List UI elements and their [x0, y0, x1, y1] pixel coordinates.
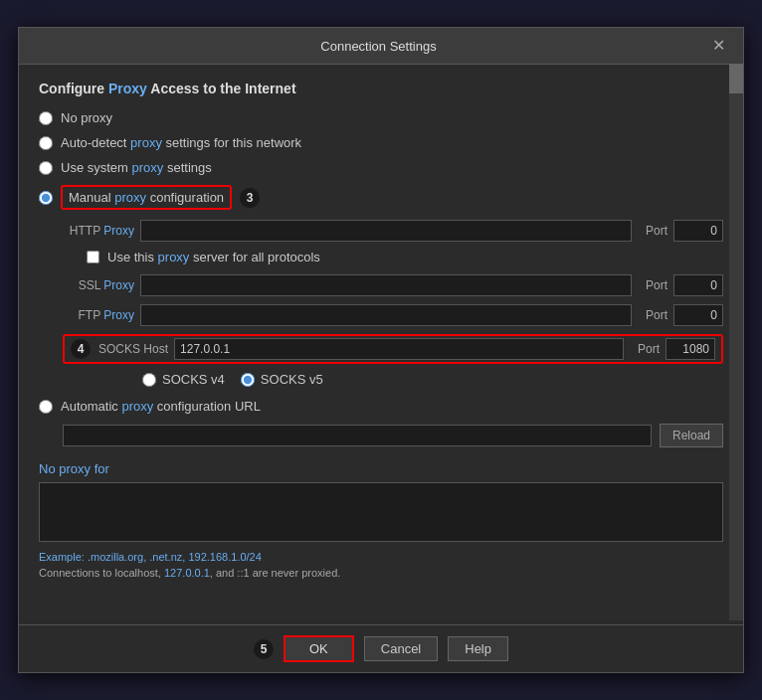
http-port-input[interactable]: [673, 220, 723, 242]
dialog-body: Configure Proxy Access to the Internet N…: [19, 65, 743, 624]
manual-proxy-badge: 3: [240, 188, 260, 208]
note-highlight: 127.0.0.1: [164, 567, 210, 579]
auto-url-row: Reload: [63, 424, 723, 447]
socks-version-row: SOCKS v4 SOCKS v5: [142, 372, 723, 387]
auto-proxy-radio[interactable]: [39, 400, 53, 414]
section-title-suffix: Access to the Internet: [147, 81, 296, 96]
ssl-proxy-input[interactable]: [140, 274, 632, 296]
auto-detect-label: Auto-detect proxy settings for this netw…: [61, 135, 301, 150]
system-proxy-radio-row: Use system proxy settings: [39, 160, 723, 175]
no-proxy-section: No proxy for Example: .mozilla.org, .net…: [39, 461, 723, 579]
close-button[interactable]: ✕: [706, 36, 731, 56]
ftp-port-label: Port: [646, 308, 667, 322]
auto-url-input[interactable]: [63, 425, 652, 446]
auto-proxy-label: Automatic proxy configuration URL: [61, 399, 261, 414]
system-proxy-radio[interactable]: [39, 161, 53, 175]
no-proxy-textarea[interactable]: [39, 482, 723, 542]
cancel-button[interactable]: Cancel: [364, 636, 438, 661]
system-proxy-label: Use system proxy settings: [61, 160, 212, 175]
socks-host-highlight-box: 4 SOCKS Host Port: [63, 334, 723, 364]
socks-v4-radio[interactable]: [142, 373, 156, 387]
ftp-proxy-row: FTP Proxy Port: [63, 304, 723, 326]
ssl-port-input[interactable]: [673, 274, 723, 296]
ftp-proxy-label: FTP Proxy: [63, 308, 134, 322]
section-title-highlight: Proxy: [108, 81, 147, 96]
socks-badge: 4: [71, 339, 91, 359]
auto-proxy-section: Automatic proxy configuration URL: [39, 399, 723, 414]
http-proxy-input[interactable]: [140, 220, 632, 242]
no-proxy-radio[interactable]: [39, 111, 53, 125]
no-proxy-for-label: No proxy for: [39, 461, 723, 476]
socks-v5-radio[interactable]: [241, 373, 255, 387]
http-proxy-row: HTTP Proxy Port: [63, 220, 723, 242]
note-text: Connections to localhost, 127.0.0.1, and…: [39, 567, 723, 579]
auto-detect-radio[interactable]: [39, 136, 53, 150]
manual-proxy-radio-row: Manual proxy configuration 3: [39, 185, 723, 210]
ok-badge: 5: [254, 639, 274, 659]
ftp-port-input[interactable]: [673, 304, 723, 326]
http-proxy-label: HTTP Proxy: [63, 224, 134, 238]
ftp-proxy-input[interactable]: [140, 304, 632, 326]
no-proxy-label: No proxy: [61, 110, 112, 125]
manual-proxy-radio[interactable]: [39, 191, 53, 205]
ok-button[interactable]: OK: [284, 635, 354, 662]
title-bar: Connection Settings ✕: [19, 28, 743, 65]
section-title-prefix: Configure: [39, 81, 108, 96]
ssl-port-label: Port: [646, 278, 667, 292]
http-port-label: Port: [646, 224, 667, 238]
socks-field-inner: SOCKS Host Port: [98, 338, 715, 360]
socks-host-input[interactable]: [174, 338, 624, 360]
help-button[interactable]: Help: [448, 636, 508, 661]
socks-port-input[interactable]: [666, 338, 715, 360]
socks-v4-label: SOCKS v4: [162, 372, 225, 387]
example-text: Example: .mozilla.org, .net.nz, 192.168.…: [39, 551, 723, 563]
ssl-proxy-row: SSL Proxy Port: [63, 274, 723, 296]
no-proxy-radio-row: No proxy: [39, 110, 723, 125]
manual-proxy-label: Manual proxy configuration: [69, 190, 224, 205]
manual-proxy-highlight-box: Manual proxy configuration: [61, 185, 232, 210]
use-for-all-label: Use this proxy server for all protocols: [107, 250, 320, 264]
ssl-proxy-label: SSL Proxy: [63, 278, 134, 292]
socks-port-label: Port: [638, 342, 660, 356]
socks-v5-option: SOCKS v5: [241, 372, 323, 387]
scrollbar-thumb[interactable]: [729, 64, 743, 93]
connection-settings-dialog: Connection Settings ✕ Configure Proxy Ac…: [18, 27, 744, 673]
dialog-title: Connection Settings: [51, 39, 706, 54]
socks-host-label: SOCKS Host: [98, 342, 168, 356]
reload-button[interactable]: Reload: [660, 424, 723, 447]
socks-v5-label: SOCKS v5: [261, 372, 323, 387]
socks-v4-option: SOCKS v4: [142, 372, 225, 387]
section-title: Configure Proxy Access to the Internet: [39, 81, 723, 96]
proxy-fields: HTTP Proxy Port Use this proxy server fo…: [63, 220, 723, 387]
dialog-footer: 5 OK Cancel Help: [19, 624, 743, 672]
auto-detect-radio-row: Auto-detect proxy settings for this netw…: [39, 135, 723, 150]
use-for-all-row: Use this proxy server for all protocols: [87, 250, 723, 264]
scrollbar-track: [729, 64, 743, 620]
use-for-all-checkbox[interactable]: [87, 251, 99, 263]
